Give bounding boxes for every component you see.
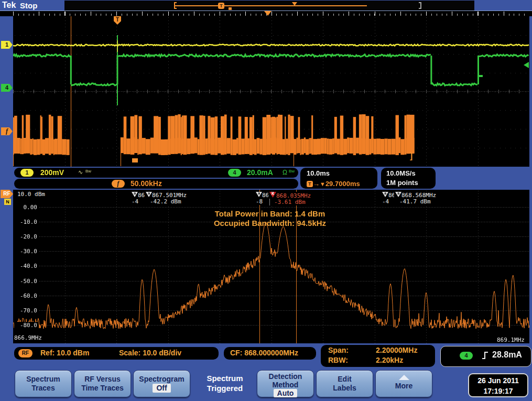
clock-box: 26 Jun 2011 17:19:17 — [468, 373, 528, 397]
spectrogram-value: Off — [153, 384, 170, 393]
marker-triangle-icon: a — [132, 192, 138, 197]
channel4-badge[interactable]: 4 — [1, 84, 13, 92]
trigger-level-arrow-icon[interactable] — [524, 62, 529, 68]
marker-triangle-icon: a — [382, 192, 388, 197]
trigger-level-readout: 28.8mA — [492, 350, 522, 360]
detection-method-value: Auto — [274, 389, 298, 397]
y-tick-3: -30.0 — [14, 248, 38, 255]
y-tick-8: -80.0 — [14, 322, 38, 329]
freq-left-label: 866.9MHz — [14, 334, 42, 341]
ch1-bandwidth-icon: Bw — [85, 169, 91, 174]
expansion-point-icon — [264, 11, 272, 16]
center-frequency-box: CF: 868.000000MHz — [224, 347, 316, 360]
record-square-icon — [229, 7, 232, 10]
rbw-value: 2.20kHz — [376, 356, 403, 364]
sample-rate-readout: 10.0MS/s — [386, 169, 416, 177]
marker-triangle-icon: a — [256, 192, 262, 197]
ch4-readout-badge: 4 — [228, 169, 241, 177]
rf-level-readout-bar: RF Ref: 10.0 dBm Scale: 10.0 dB/div — [14, 347, 219, 360]
record-timeline[interactable]: T — [64, 1, 474, 10]
spectrum-time-square-icon — [132, 158, 138, 162]
reference-marker-icon: R — [269, 192, 276, 198]
rf-readout-badge: RF — [18, 349, 32, 357]
span-label: Span: — [328, 346, 349, 354]
ch1-scale-readout: 200mV — [40, 168, 64, 177]
trigger-source-badge: 4 — [460, 352, 473, 360]
span-value: 2.20000MHz — [376, 346, 417, 354]
y-tick-6: -60.0 — [14, 292, 38, 299]
center-frequency-readout: CF: 868.000000MHz — [230, 349, 298, 357]
view-right-bracket-icon — [419, 2, 421, 9]
delay-arrow-icon: → — [313, 180, 320, 188]
channel1-badge[interactable]: 1 — [1, 41, 13, 49]
y-tick-1: -10.0 — [14, 219, 38, 225]
rf-f-badge: f — [112, 180, 125, 188]
marker-clipped-2: a86-8 — [255, 192, 270, 205]
y-tick-4: -40.0 — [14, 263, 38, 269]
trigger-t-icon: T — [218, 3, 224, 9]
tek-logo: Tek — [2, 1, 16, 10]
ch4-scale-readout: 20.0mA — [247, 168, 273, 177]
delay-value: 29.7000ms — [325, 180, 360, 188]
record-waveform-line — [175, 5, 367, 6]
delay-t-icon: T — [307, 181, 313, 187]
y-tick-7: -70.0 — [14, 307, 38, 314]
occupied-bandwidth-annotation: Occupied Bandwidth: 94.5kHz — [157, 219, 383, 227]
oscilloscope-screen: Tek Stop T 1 4 f T ] 1 200mV ∿ Bw 4 20.0… — [0, 0, 532, 401]
ch4-bandwidth-icon: Bw — [289, 169, 295, 174]
channel-readout-bar: 1 200mV ∿ Bw 4 20.0mA Ω Bw — [14, 168, 298, 178]
rf-time-badge[interactable]: f — [1, 127, 13, 135]
spectrum-ref-level-label: 10.0 dBm — [16, 191, 46, 198]
record-length-readout: 1M points — [386, 179, 418, 187]
more-button[interactable]: More — [375, 370, 432, 397]
spectrum-traces-button[interactable]: SpectrumTraces — [15, 370, 72, 397]
ch1-readout-badge: 1 — [20, 169, 34, 177]
spectrum-time-bracket-icon: ] — [410, 151, 412, 161]
spectrogram-button[interactable]: SpectrogramOff — [133, 370, 190, 397]
marker-triangle-icon: a — [146, 192, 152, 197]
sample-rate-box: 10.0MS/s 1M points — [381, 168, 436, 189]
timebase-readout-box: 10.0ms T→▼29.7000ms — [300, 168, 377, 189]
scale-readout: Scale: 10.0 dB/div — [119, 349, 181, 357]
timebase-scale-readout: 10.0ms — [307, 169, 330, 177]
rbw-label: RBW: — [328, 356, 348, 364]
total-power-annotation: Total Power in Band: 1.4 dBm — [157, 209, 383, 218]
rf-frequency-readout-bar: f 50.00kHz — [14, 179, 298, 189]
ch1-coupling-icon: ∿ — [78, 169, 83, 176]
acquisition-status: Stop — [20, 1, 37, 10]
trigger-readout-box: 4 28.8mA — [440, 346, 531, 367]
rf-channel-badge[interactable]: RF — [1, 190, 13, 198]
time-ruler — [0, 11, 532, 16]
marker-triangle-icon: a — [395, 192, 401, 197]
expansion-triangle-icon — [292, 2, 297, 6]
date-readout: 26 Jun 2011 — [477, 376, 519, 385]
ref-level-readout: Ref: 10.0 dBm — [40, 349, 89, 357]
view-left-bracket-icon — [174, 2, 177, 9]
y-tick-2: -20.0 — [14, 233, 38, 240]
detection-method-button[interactable]: DetectionMethodAuto — [257, 370, 314, 397]
spectrum-mode-label: SpectrumTriggered — [195, 373, 255, 393]
time-readout: 17:19:17 — [483, 387, 513, 395]
rf-normal-trace-badge: N — [4, 199, 11, 205]
marker-867-501[interactable]: a867.501MHz-42.2 dBm — [145, 192, 188, 205]
more-up-triangle-icon — [399, 375, 409, 380]
y-tick-5: -50.0 — [14, 278, 38, 285]
marker-868-568[interactable]: a868.568MHz-41.7 dBm — [394, 192, 437, 205]
time-domain-display[interactable] — [13, 16, 529, 167]
rf-frequency-readout: 50.00kHz — [131, 179, 162, 188]
edit-labels-button[interactable]: EditLabels — [316, 370, 373, 397]
reference-marker-868-035[interactable]: R868.035MHz-3.61 dBm — [268, 192, 312, 205]
marker-clipped-1: a86-4 — [131, 192, 146, 205]
rf-versus-time-traces-button[interactable]: RF VersusTime Traces — [74, 370, 131, 397]
freq-right-label: 869.1MHz — [497, 337, 525, 343]
rising-edge-icon — [482, 351, 489, 360]
trigger-delay-readout: T→▼29.7000ms — [307, 179, 360, 188]
y-tick-0: 0.00 — [14, 204, 38, 211]
delay-triangle-icon: ▼ — [320, 181, 325, 187]
span-rbw-box: Span: 2.20000MHz RBW: 2.20kHz — [321, 345, 435, 367]
ch4-termination-icon: Ω — [283, 169, 287, 176]
